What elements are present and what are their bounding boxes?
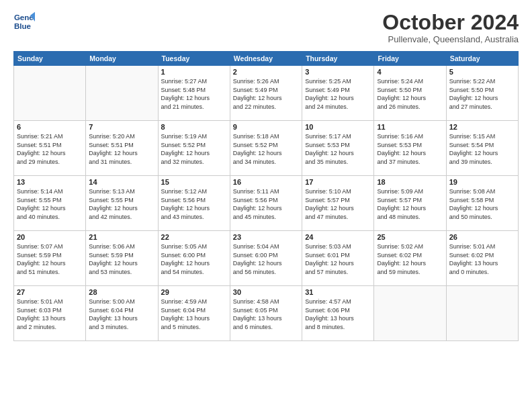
day-info: Sunrise: 5:21 AM Sunset: 5:51 PM Dayligh… xyxy=(17,132,83,166)
calendar-week-5: 27Sunrise: 5:01 AM Sunset: 6:03 PM Dayli… xyxy=(14,286,519,341)
calendar-week-2: 6Sunrise: 5:21 AM Sunset: 5:51 PM Daylig… xyxy=(14,121,519,176)
day-info: Sunrise: 5:25 AM Sunset: 5:49 PM Dayligh… xyxy=(305,77,371,111)
calendar-cell: 3Sunrise: 5:25 AM Sunset: 5:49 PM Daylig… xyxy=(302,66,374,121)
day-info: Sunrise: 5:15 AM Sunset: 5:54 PM Dayligh… xyxy=(449,132,515,166)
day-number: 27 xyxy=(17,288,83,296)
title-area: October 2024 Pullenvale, Queensland, Aus… xyxy=(382,11,519,44)
calendar-cell: 4Sunrise: 5:24 AM Sunset: 5:50 PM Daylig… xyxy=(374,66,446,121)
day-info: Sunrise: 5:16 AM Sunset: 5:53 PM Dayligh… xyxy=(377,132,443,166)
header-wednesday: Wednesday xyxy=(230,52,302,66)
calendar-cell: 29Sunrise: 4:59 AM Sunset: 6:04 PM Dayli… xyxy=(158,286,230,341)
day-info: Sunrise: 4:59 AM Sunset: 6:04 PM Dayligh… xyxy=(161,298,227,331)
day-info: Sunrise: 5:19 AM Sunset: 5:52 PM Dayligh… xyxy=(161,132,227,166)
day-number: 28 xyxy=(89,288,154,296)
calendar-cell: 11Sunrise: 5:16 AM Sunset: 5:53 PM Dayli… xyxy=(374,121,446,176)
day-number: 21 xyxy=(89,233,154,241)
header-tuesday: Tuesday xyxy=(158,52,230,66)
calendar-cell: 31Sunrise: 4:57 AM Sunset: 6:06 PM Dayli… xyxy=(302,286,374,341)
logo: General Blue xyxy=(13,11,35,32)
day-info: Sunrise: 5:07 AM Sunset: 5:59 PM Dayligh… xyxy=(17,242,83,276)
svg-text:Blue: Blue xyxy=(14,22,32,30)
day-info: Sunrise: 5:22 AM Sunset: 5:50 PM Dayligh… xyxy=(449,77,515,111)
day-info: Sunrise: 5:09 AM Sunset: 5:57 PM Dayligh… xyxy=(377,187,443,221)
day-info: Sunrise: 5:20 AM Sunset: 5:51 PM Dayligh… xyxy=(89,132,154,166)
day-info: Sunrise: 5:24 AM Sunset: 5:50 PM Dayligh… xyxy=(377,77,443,111)
day-number: 8 xyxy=(161,123,227,131)
calendar-cell xyxy=(86,66,158,121)
calendar-cell: 9Sunrise: 5:18 AM Sunset: 5:52 PM Daylig… xyxy=(230,121,302,176)
day-info: Sunrise: 5:05 AM Sunset: 6:00 PM Dayligh… xyxy=(161,242,227,276)
weekday-header-row: Sunday Monday Tuesday Wednesday Thursday… xyxy=(14,52,519,66)
day-info: Sunrise: 5:06 AM Sunset: 5:59 PM Dayligh… xyxy=(89,242,154,276)
day-number: 22 xyxy=(161,233,227,241)
calendar-cell: 12Sunrise: 5:15 AM Sunset: 5:54 PM Dayli… xyxy=(446,121,518,176)
day-number: 17 xyxy=(305,178,371,186)
calendar-cell: 15Sunrise: 5:12 AM Sunset: 5:56 PM Dayli… xyxy=(158,176,230,231)
day-info: Sunrise: 5:27 AM Sunset: 5:48 PM Dayligh… xyxy=(161,77,227,111)
page: General Blue October 2024 Pullenvale, Qu… xyxy=(0,0,532,411)
header: General Blue October 2024 Pullenvale, Qu… xyxy=(13,11,519,44)
calendar-cell: 26Sunrise: 5:01 AM Sunset: 6:02 PM Dayli… xyxy=(446,231,518,286)
day-number: 11 xyxy=(377,123,443,131)
header-saturday: Saturday xyxy=(446,52,518,66)
calendar-cell: 17Sunrise: 5:10 AM Sunset: 5:57 PM Dayli… xyxy=(302,176,374,231)
header-thursday: Thursday xyxy=(302,52,374,66)
calendar-cell: 10Sunrise: 5:17 AM Sunset: 5:53 PM Dayli… xyxy=(302,121,374,176)
day-info: Sunrise: 5:01 AM Sunset: 6:02 PM Dayligh… xyxy=(449,242,515,276)
day-number: 2 xyxy=(233,68,299,76)
day-info: Sunrise: 5:13 AM Sunset: 5:55 PM Dayligh… xyxy=(89,187,154,221)
location: Pullenvale, Queensland, Australia xyxy=(382,34,519,44)
calendar-cell: 6Sunrise: 5:21 AM Sunset: 5:51 PM Daylig… xyxy=(14,121,86,176)
day-info: Sunrise: 4:57 AM Sunset: 6:06 PM Dayligh… xyxy=(305,298,371,331)
day-number: 6 xyxy=(17,123,83,131)
calendar-cell xyxy=(446,286,518,341)
day-info: Sunrise: 5:03 AM Sunset: 6:01 PM Dayligh… xyxy=(305,242,371,276)
logo-icon: General Blue xyxy=(13,11,35,32)
calendar-cell: 14Sunrise: 5:13 AM Sunset: 5:55 PM Dayli… xyxy=(86,176,158,231)
day-info: Sunrise: 5:04 AM Sunset: 6:00 PM Dayligh… xyxy=(233,242,299,276)
day-number: 10 xyxy=(305,123,371,131)
day-number: 16 xyxy=(233,178,299,186)
calendar-week-1: 1Sunrise: 5:27 AM Sunset: 5:48 PM Daylig… xyxy=(14,66,519,121)
day-number: 12 xyxy=(449,123,515,131)
calendar-cell: 20Sunrise: 5:07 AM Sunset: 5:59 PM Dayli… xyxy=(14,231,86,286)
day-number: 24 xyxy=(305,233,371,241)
header-monday: Monday xyxy=(86,52,158,66)
day-info: Sunrise: 5:12 AM Sunset: 5:56 PM Dayligh… xyxy=(161,187,227,221)
day-number: 13 xyxy=(17,178,83,186)
header-friday: Friday xyxy=(374,52,446,66)
day-info: Sunrise: 5:08 AM Sunset: 5:58 PM Dayligh… xyxy=(449,187,515,221)
day-info: Sunrise: 5:02 AM Sunset: 6:02 PM Dayligh… xyxy=(377,242,443,276)
calendar-cell: 23Sunrise: 5:04 AM Sunset: 6:00 PM Dayli… xyxy=(230,231,302,286)
calendar-cell: 30Sunrise: 4:58 AM Sunset: 6:05 PM Dayli… xyxy=(230,286,302,341)
day-info: Sunrise: 5:00 AM Sunset: 6:04 PM Dayligh… xyxy=(89,298,154,331)
day-number: 29 xyxy=(161,288,227,296)
day-number: 23 xyxy=(233,233,299,241)
day-info: Sunrise: 5:11 AM Sunset: 5:56 PM Dayligh… xyxy=(233,187,299,221)
day-number: 25 xyxy=(377,233,443,241)
day-number: 14 xyxy=(89,178,154,186)
calendar-cell: 8Sunrise: 5:19 AM Sunset: 5:52 PM Daylig… xyxy=(158,121,230,176)
calendar-week-4: 20Sunrise: 5:07 AM Sunset: 5:59 PM Dayli… xyxy=(14,231,519,286)
day-number: 7 xyxy=(89,123,154,131)
day-info: Sunrise: 5:26 AM Sunset: 5:49 PM Dayligh… xyxy=(233,77,299,111)
day-number: 30 xyxy=(233,288,299,296)
day-info: Sunrise: 5:14 AM Sunset: 5:55 PM Dayligh… xyxy=(17,187,83,221)
day-info: Sunrise: 5:18 AM Sunset: 5:52 PM Dayligh… xyxy=(233,132,299,166)
day-info: Sunrise: 5:01 AM Sunset: 6:03 PM Dayligh… xyxy=(17,298,83,331)
day-number: 19 xyxy=(449,178,515,186)
calendar: Sunday Monday Tuesday Wednesday Thursday… xyxy=(13,51,519,341)
month-title: October 2024 xyxy=(382,11,519,34)
calendar-cell: 5Sunrise: 5:22 AM Sunset: 5:50 PM Daylig… xyxy=(446,66,518,121)
calendar-cell: 16Sunrise: 5:11 AM Sunset: 5:56 PM Dayli… xyxy=(230,176,302,231)
calendar-cell: 22Sunrise: 5:05 AM Sunset: 6:00 PM Dayli… xyxy=(158,231,230,286)
day-number: 26 xyxy=(449,233,515,241)
day-number: 15 xyxy=(161,178,227,186)
calendar-cell: 25Sunrise: 5:02 AM Sunset: 6:02 PM Dayli… xyxy=(374,231,446,286)
day-info: Sunrise: 5:10 AM Sunset: 5:57 PM Dayligh… xyxy=(305,187,371,221)
day-number: 20 xyxy=(17,233,83,241)
calendar-cell: 18Sunrise: 5:09 AM Sunset: 5:57 PM Dayli… xyxy=(374,176,446,231)
day-number: 18 xyxy=(377,178,443,186)
calendar-cell: 7Sunrise: 5:20 AM Sunset: 5:51 PM Daylig… xyxy=(86,121,158,176)
calendar-cell: 2Sunrise: 5:26 AM Sunset: 5:49 PM Daylig… xyxy=(230,66,302,121)
